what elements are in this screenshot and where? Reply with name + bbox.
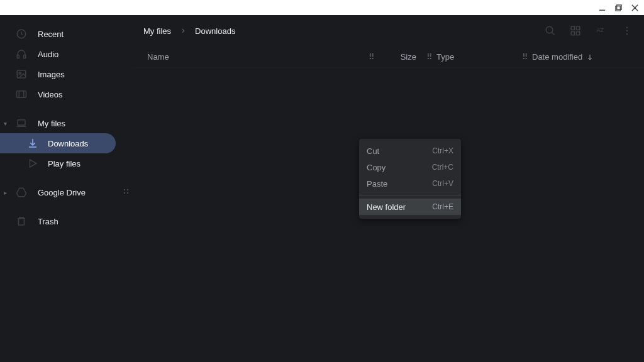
clock-icon bbox=[15, 28, 28, 40]
sidebar-label: Videos bbox=[38, 90, 63, 99]
sidebar-label: Play files bbox=[48, 159, 80, 168]
window-titlebar bbox=[0, 0, 644, 15]
column-resize-handle[interactable]: ⠿ bbox=[423, 52, 436, 62]
headphones-icon bbox=[15, 48, 28, 60]
svg-point-30 bbox=[626, 27, 628, 28]
svg-point-19 bbox=[124, 189, 125, 190]
context-paste[interactable]: Paste Ctrl+V bbox=[359, 175, 461, 192]
context-label: Copy bbox=[367, 163, 386, 172]
sidebar-item-trash[interactable]: Trash bbox=[0, 211, 132, 231]
trash-icon bbox=[15, 215, 28, 228]
laptop-icon bbox=[15, 117, 28, 129]
svg-line-24 bbox=[552, 32, 555, 35]
chevron-right-icon: ▸ bbox=[4, 189, 11, 196]
svg-point-22 bbox=[127, 192, 128, 194]
context-label: Paste bbox=[367, 179, 387, 189]
arrow-down-icon bbox=[586, 53, 594, 61]
download-icon bbox=[26, 137, 39, 150]
context-copy[interactable]: Copy Ctrl+C bbox=[359, 159, 461, 175]
sidebar: Recent Audio Images Videos ▾ My files Do… bbox=[0, 15, 132, 362]
window-maximize-button[interactable] bbox=[614, 3, 623, 12]
sidebar-item-videos[interactable]: Videos bbox=[0, 84, 132, 104]
main-panel: My files Downloads AZ Name ⠿ Size ⠿ Type… bbox=[132, 15, 644, 362]
toolbar-actions: AZ bbox=[545, 25, 633, 36]
svg-text:AZ: AZ bbox=[597, 27, 604, 33]
context-menu: Cut Ctrl+X Copy Ctrl+C Paste Ctrl+V New … bbox=[359, 139, 461, 219]
column-headers: Name ⠿ Size ⠿ Type ⠿ Date modified bbox=[132, 47, 644, 68]
svg-point-20 bbox=[127, 189, 128, 190]
svg-rect-18 bbox=[19, 219, 25, 226]
play-icon bbox=[26, 157, 39, 170]
more-button[interactable] bbox=[621, 25, 633, 36]
breadcrumb: My files Downloads bbox=[143, 26, 235, 36]
chevron-down-icon: ▾ bbox=[4, 120, 11, 127]
image-icon bbox=[15, 68, 28, 80]
sort-icon: AZ bbox=[595, 25, 608, 36]
column-name[interactable]: Name bbox=[143, 52, 365, 62]
grid-icon bbox=[570, 25, 581, 36]
context-shortcut: Ctrl+E bbox=[432, 202, 453, 211]
chevron-right-icon bbox=[180, 28, 186, 34]
svg-rect-10 bbox=[17, 91, 26, 98]
svg-rect-27 bbox=[571, 32, 574, 35]
sidebar-item-audio[interactable]: Audio bbox=[0, 44, 132, 64]
sidebar-item-myfiles[interactable]: ▾ My files bbox=[0, 113, 132, 133]
sidebar-item-images[interactable]: Images bbox=[0, 64, 132, 84]
context-cut[interactable]: Cut Ctrl+X bbox=[359, 143, 461, 159]
svg-rect-26 bbox=[577, 26, 580, 30]
context-label: New folder bbox=[367, 202, 406, 212]
sidebar-label: Downloads bbox=[48, 139, 88, 148]
context-shortcut: Ctrl+X bbox=[432, 146, 453, 155]
sidebar-resize-handle[interactable] bbox=[123, 189, 130, 195]
sidebar-label: Recent bbox=[38, 30, 64, 39]
column-type[interactable]: Type bbox=[436, 52, 518, 62]
column-date[interactable]: Date modified bbox=[532, 52, 633, 62]
svg-rect-2 bbox=[616, 4, 621, 9]
column-size[interactable]: Size bbox=[379, 52, 423, 62]
sidebar-item-drive[interactable]: ▸ Google Drive bbox=[0, 182, 132, 202]
more-vertical-icon bbox=[621, 25, 633, 36]
maximize-icon bbox=[614, 4, 623, 12]
sidebar-label: Google Drive bbox=[38, 188, 86, 197]
breadcrumb-current: Downloads bbox=[195, 26, 235, 36]
sidebar-item-playfiles[interactable]: Play files bbox=[0, 153, 132, 173]
sort-button[interactable]: AZ bbox=[595, 25, 608, 36]
sidebar-label: Trash bbox=[38, 217, 58, 226]
context-new-folder[interactable]: New folder Ctrl+E bbox=[359, 199, 461, 215]
sidebar-label: My files bbox=[38, 119, 65, 128]
column-resize-handle[interactable]: ⠿ bbox=[365, 52, 379, 62]
svg-rect-28 bbox=[577, 32, 580, 35]
svg-rect-1 bbox=[615, 6, 619, 10]
window-minimize-button[interactable] bbox=[597, 3, 606, 12]
svg-point-31 bbox=[626, 30, 628, 31]
svg-marker-16 bbox=[30, 160, 37, 167]
sidebar-label: Audio bbox=[38, 50, 58, 59]
svg-rect-25 bbox=[571, 26, 574, 30]
minimize-icon bbox=[598, 4, 606, 12]
close-icon bbox=[631, 4, 639, 12]
svg-point-21 bbox=[124, 192, 125, 194]
topbar: My files Downloads AZ bbox=[132, 15, 644, 47]
view-grid-button[interactable] bbox=[570, 25, 581, 36]
breadcrumb-root[interactable]: My files bbox=[143, 26, 171, 36]
svg-rect-13 bbox=[18, 120, 25, 125]
context-label: Cut bbox=[367, 146, 379, 156]
drive-icon bbox=[15, 186, 28, 199]
column-resize-handle[interactable]: ⠿ bbox=[518, 52, 532, 62]
sidebar-item-recent[interactable]: Recent bbox=[0, 24, 132, 44]
svg-rect-6 bbox=[17, 55, 19, 58]
search-icon bbox=[545, 25, 556, 36]
context-shortcut: Ctrl+V bbox=[432, 179, 453, 188]
context-shortcut: Ctrl+C bbox=[432, 163, 453, 172]
sidebar-label: Images bbox=[38, 70, 65, 79]
search-button[interactable] bbox=[545, 25, 556, 36]
svg-rect-7 bbox=[24, 55, 26, 58]
sidebar-item-downloads[interactable]: Downloads bbox=[0, 133, 116, 153]
svg-point-9 bbox=[19, 72, 21, 74]
svg-marker-17 bbox=[17, 188, 26, 197]
context-separator bbox=[359, 195, 461, 195]
column-date-label: Date modified bbox=[532, 52, 582, 62]
video-icon bbox=[15, 88, 28, 101]
window-close-button[interactable] bbox=[630, 3, 639, 12]
svg-point-23 bbox=[546, 26, 553, 33]
